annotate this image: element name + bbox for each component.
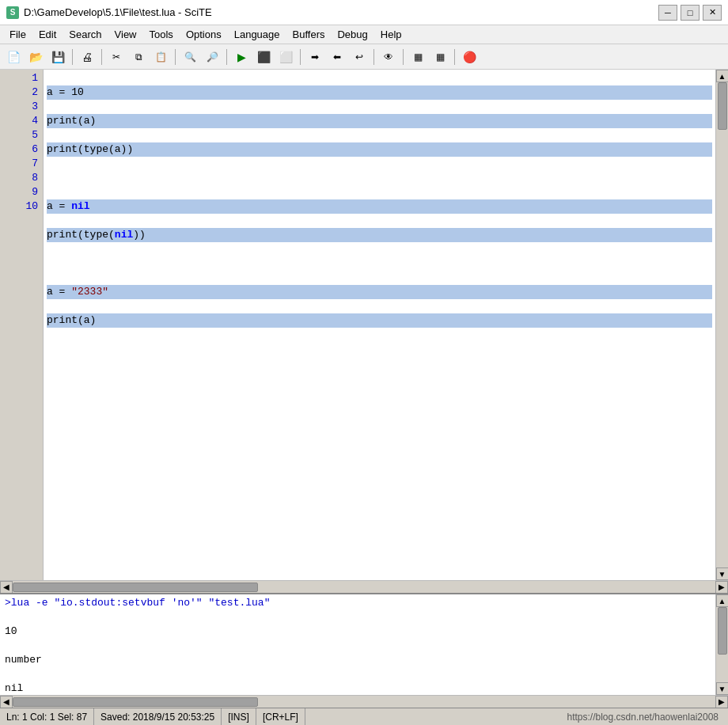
- watch-button[interactable]: 👁: [378, 47, 399, 67]
- toolbar-sep-5: [300, 49, 301, 65]
- print-button[interactable]: 🖨: [77, 47, 97, 67]
- hscroll-left[interactable]: ◀: [0, 581, 13, 594]
- menu-bar: File Edit Search View Tools Options Lang…: [0, 25, 728, 44]
- toolbar-sep-2: [101, 49, 102, 65]
- out-vscroll-thumb[interactable]: [718, 607, 727, 655]
- output-line-4: nil: [5, 681, 711, 695]
- menu-buffers[interactable]: Buffers: [286, 27, 332, 42]
- minimize-button[interactable]: ─: [658, 5, 677, 21]
- line-num-8: 8: [0, 171, 38, 185]
- step-button[interactable]: ⬜: [275, 47, 296, 67]
- run-button[interactable]: ▶: [231, 47, 252, 67]
- new-button[interactable]: 📄: [3, 47, 24, 67]
- output-hscroll-track[interactable]: [13, 696, 715, 708]
- vscroll-up[interactable]: ▲: [716, 70, 729, 82]
- editor-inner: 1 2 3 4 5 6 7 8 9 10 a = 10 print(a) pri…: [0, 70, 728, 593]
- editor-hscroll-thumb[interactable]: [13, 583, 258, 592]
- menu-search[interactable]: Search: [63, 27, 108, 42]
- code-editor[interactable]: a = 10 print(a) print(type(a)) a = nil p…: [44, 70, 715, 580]
- line-numbers: 1 2 3 4 5 6 7 8 9 10: [0, 70, 44, 580]
- code-line-6: print(type(nil)): [47, 228, 712, 242]
- output-inner: >lua -e "io.stdout:setvbuf 'no'" "test.l…: [0, 594, 728, 695]
- toolbar-sep-6: [373, 49, 374, 65]
- line-num-7: 7: [0, 157, 38, 171]
- out-hscroll-right[interactable]: ▶: [715, 696, 728, 708]
- code-line-10: [47, 342, 712, 356]
- toolbar-sep-7: [403, 49, 404, 65]
- fwd-button[interactable]: ↩: [349, 47, 370, 67]
- menu-tools[interactable]: Tools: [143, 27, 180, 42]
- toolbar-sep-3: [175, 49, 176, 65]
- code-line-8: a = "2333": [47, 285, 712, 299]
- code-line-9: print(a): [47, 313, 712, 328]
- line-num-10: 10: [0, 199, 38, 214]
- menu-file[interactable]: File: [3, 27, 32, 42]
- menu-help[interactable]: Help: [374, 27, 408, 42]
- status-saved: Saved: 2018/9/15 20:53:25: [94, 708, 222, 725]
- output-vscroll[interactable]: ▲ ▼: [715, 594, 728, 695]
- out-vscroll-track[interactable]: [716, 607, 729, 682]
- app-icon: S: [6, 6, 19, 19]
- out-hscroll-left[interactable]: ◀: [0, 696, 13, 708]
- output-hscroll-thumb[interactable]: [13, 697, 258, 707]
- menu-debug[interactable]: Debug: [331, 27, 373, 42]
- toolbar-sep-8: [454, 49, 455, 65]
- status-url: https://blog.csdn.net/haowenlai2008: [305, 712, 722, 723]
- vscroll-down[interactable]: ▼: [716, 567, 729, 580]
- menu-edit[interactable]: Edit: [32, 27, 63, 42]
- menu-language[interactable]: Language: [228, 27, 286, 42]
- toolbar-sep-4: [226, 49, 227, 65]
- editor-content: 1 2 3 4 5 6 7 8 9 10 a = 10 print(a) pri…: [0, 70, 728, 580]
- output-line-1: >lua -e "io.stdout:setvbuf 'no'" "test.l…: [5, 596, 711, 610]
- code-line-5: a = nil: [47, 199, 712, 214]
- line-num-6: 6: [0, 142, 38, 157]
- find2-button[interactable]: 🔎: [202, 47, 222, 67]
- line-num-3: 3: [0, 100, 38, 114]
- line-num-4: 4: [0, 114, 38, 128]
- code-line-1: a = 10: [47, 85, 712, 100]
- title-bar: S D:\GameDevelop\5.1\File\test.lua - Sci…: [0, 0, 728, 25]
- copy-button[interactable]: ⧉: [128, 47, 149, 67]
- status-ins: [INS]: [222, 708, 256, 725]
- cut-button[interactable]: ✂: [106, 47, 127, 67]
- output-panel: >lua -e "io.stdout:setvbuf 'no'" "test.l…: [0, 593, 728, 708]
- paste-button[interactable]: 📋: [150, 47, 171, 67]
- editor-hscroll-track[interactable]: [13, 581, 715, 593]
- editor-hscroll[interactable]: ◀ ▶: [0, 580, 728, 593]
- back-button[interactable]: ⬅: [327, 47, 347, 67]
- vscroll-thumb[interactable]: [718, 82, 727, 130]
- grid-button[interactable]: ▦: [408, 47, 428, 67]
- out-vscroll-down[interactable]: ▼: [716, 682, 729, 695]
- code-line-4: [47, 171, 712, 185]
- hscroll-right[interactable]: ▶: [715, 581, 728, 594]
- editor-vscroll[interactable]: ▲ ▼: [715, 70, 728, 580]
- line-num-1: 1: [0, 71, 38, 85]
- title-controls: ─ □ ✕: [658, 5, 722, 21]
- code-line-2: print(a): [47, 114, 712, 128]
- abort-button[interactable]: 🔴: [459, 47, 480, 67]
- grid2-button[interactable]: ▦: [430, 47, 450, 67]
- vscroll-track[interactable]: [716, 82, 729, 567]
- menu-view[interactable]: View: [108, 27, 143, 42]
- maximize-button[interactable]: □: [681, 5, 700, 21]
- output-hscroll[interactable]: ◀ ▶: [0, 695, 728, 708]
- out-vscroll-up[interactable]: ▲: [716, 594, 729, 607]
- open-button[interactable]: 📂: [25, 47, 46, 67]
- find-button[interactable]: 🔍: [180, 47, 200, 67]
- output-line-2: 10: [5, 624, 711, 639]
- save-button[interactable]: 💾: [47, 47, 68, 67]
- line-num-5: 5: [0, 128, 38, 142]
- stop-button[interactable]: ⬛: [253, 47, 274, 67]
- line-num-2: 2: [0, 85, 38, 100]
- toolbar-sep-1: [72, 49, 73, 65]
- output-line-3: number: [5, 653, 711, 667]
- menu-options[interactable]: Options: [180, 27, 228, 42]
- code-line-3: print(type(a)): [47, 142, 712, 157]
- status-lineend: [CR+LF]: [256, 708, 305, 725]
- window-title: D:\GameDevelop\5.1\File\test.lua - SciTE: [24, 6, 212, 18]
- close-button[interactable]: ✕: [703, 5, 722, 21]
- line-num-9: 9: [0, 185, 38, 199]
- output-text: >lua -e "io.stdout:setvbuf 'no'" "test.l…: [0, 594, 715, 695]
- jump-button[interactable]: ➡: [305, 47, 325, 67]
- main: 1 2 3 4 5 6 7 8 9 10 a = 10 print(a) pri…: [0, 70, 728, 725]
